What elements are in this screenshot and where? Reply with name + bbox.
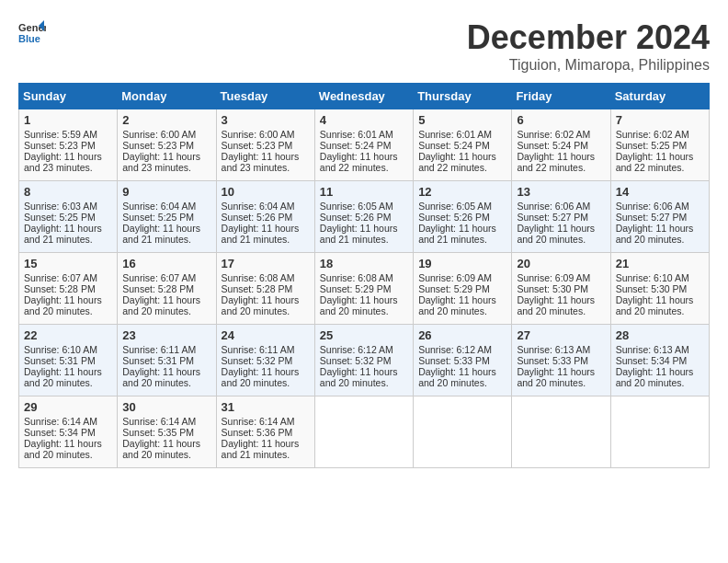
day-info: Daylight: 11 hours bbox=[320, 223, 408, 234]
calendar-cell: 12Sunrise: 6:05 AMSunset: 5:26 PMDayligh… bbox=[414, 181, 512, 253]
day-info: Sunrise: 6:10 AM bbox=[24, 344, 112, 355]
day-number: 20 bbox=[517, 257, 605, 270]
calendar-cell: 14Sunrise: 6:06 AMSunset: 5:27 PMDayligh… bbox=[610, 181, 709, 253]
day-info: Sunset: 5:31 PM bbox=[122, 355, 210, 366]
day-info: and 21 minutes. bbox=[222, 234, 310, 245]
day-info: Sunset: 5:25 PM bbox=[616, 140, 704, 151]
day-info: Daylight: 11 hours bbox=[24, 438, 112, 449]
day-number: 15 bbox=[24, 257, 112, 270]
day-info: Sunrise: 6:02 AM bbox=[616, 129, 704, 140]
day-number: 9 bbox=[122, 185, 210, 199]
calendar-cell: 6Sunrise: 6:02 AMSunset: 5:24 PMDaylight… bbox=[512, 109, 610, 181]
calendar-cell: 15Sunrise: 6:07 AMSunset: 5:28 PMDayligh… bbox=[19, 253, 118, 325]
day-info: and 20 minutes. bbox=[616, 377, 704, 388]
day-info: and 22 minutes. bbox=[517, 162, 605, 173]
calendar-cell: 31Sunrise: 6:14 AMSunset: 5:36 PMDayligh… bbox=[216, 396, 314, 468]
day-info: Daylight: 11 hours bbox=[122, 438, 210, 449]
day-info: Daylight: 11 hours bbox=[222, 151, 310, 162]
col-monday: Monday bbox=[118, 84, 216, 109]
day-info: and 20 minutes. bbox=[222, 377, 310, 388]
day-info: Daylight: 11 hours bbox=[517, 151, 605, 162]
day-info: Daylight: 11 hours bbox=[222, 366, 310, 377]
day-number: 17 bbox=[222, 257, 310, 270]
day-info: and 20 minutes. bbox=[222, 305, 310, 316]
day-info: Daylight: 11 hours bbox=[418, 294, 506, 305]
day-info: Sunset: 5:30 PM bbox=[616, 283, 704, 294]
day-info: Sunrise: 6:03 AM bbox=[24, 201, 112, 212]
day-number: 24 bbox=[222, 328, 310, 342]
calendar-week-1: 1Sunrise: 5:59 AMSunset: 5:23 PMDaylight… bbox=[19, 109, 710, 181]
day-info: and 20 minutes. bbox=[517, 377, 605, 388]
day-info: Sunrise: 6:14 AM bbox=[24, 416, 112, 427]
day-number: 11 bbox=[320, 185, 408, 199]
calendar-cell: 26Sunrise: 6:12 AMSunset: 5:33 PMDayligh… bbox=[414, 325, 512, 396]
day-info: and 23 minutes. bbox=[222, 162, 310, 173]
day-info: Sunset: 5:33 PM bbox=[517, 355, 605, 366]
day-info: Daylight: 11 hours bbox=[122, 294, 210, 305]
day-info: and 20 minutes. bbox=[122, 305, 210, 316]
day-info: and 20 minutes. bbox=[122, 377, 210, 388]
day-info: and 20 minutes. bbox=[418, 305, 506, 316]
day-info: Daylight: 11 hours bbox=[616, 366, 704, 377]
day-info: Sunrise: 6:05 AM bbox=[320, 201, 408, 212]
calendar-cell: 25Sunrise: 6:12 AMSunset: 5:32 PMDayligh… bbox=[314, 325, 413, 396]
calendar-cell: 10Sunrise: 6:04 AMSunset: 5:26 PMDayligh… bbox=[216, 181, 314, 253]
calendar-cell: 4Sunrise: 6:01 AMSunset: 5:24 PMDaylight… bbox=[314, 109, 413, 181]
calendar-cell: 28Sunrise: 6:13 AMSunset: 5:34 PMDayligh… bbox=[610, 325, 709, 396]
day-info: Sunset: 5:28 PM bbox=[24, 283, 112, 294]
calendar-cell: 13Sunrise: 6:06 AMSunset: 5:27 PMDayligh… bbox=[512, 181, 610, 253]
day-info: Daylight: 11 hours bbox=[122, 366, 210, 377]
day-info: Daylight: 11 hours bbox=[616, 294, 704, 305]
day-info: Sunset: 5:24 PM bbox=[418, 140, 506, 151]
day-info: and 23 minutes. bbox=[122, 162, 210, 173]
day-info: Sunset: 5:31 PM bbox=[24, 355, 112, 366]
day-info: Sunset: 5:29 PM bbox=[320, 283, 408, 294]
calendar-cell: 30Sunrise: 6:14 AMSunset: 5:35 PMDayligh… bbox=[118, 396, 216, 468]
day-info: Sunrise: 6:07 AM bbox=[122, 272, 210, 283]
day-info: Sunset: 5:32 PM bbox=[320, 355, 408, 366]
day-info: Sunset: 5:32 PM bbox=[222, 355, 310, 366]
day-info: and 23 minutes. bbox=[24, 162, 112, 173]
day-info: Sunset: 5:24 PM bbox=[320, 140, 408, 151]
day-info: and 21 minutes. bbox=[320, 234, 408, 245]
day-info: and 20 minutes. bbox=[616, 234, 704, 245]
svg-text:Blue: Blue bbox=[18, 33, 40, 44]
day-info: Daylight: 11 hours bbox=[616, 151, 704, 162]
calendar-cell bbox=[512, 396, 610, 468]
day-number: 18 bbox=[320, 257, 408, 270]
day-info: Sunset: 5:27 PM bbox=[616, 212, 704, 223]
calendar-week-5: 29Sunrise: 6:14 AMSunset: 5:34 PMDayligh… bbox=[19, 396, 710, 468]
logo: General Blue bbox=[18, 18, 50, 46]
day-info: Sunset: 5:28 PM bbox=[122, 283, 210, 294]
day-info: Sunrise: 6:12 AM bbox=[418, 344, 506, 355]
day-info: and 20 minutes. bbox=[24, 449, 112, 460]
day-info: Daylight: 11 hours bbox=[517, 223, 605, 234]
day-info: Daylight: 11 hours bbox=[418, 366, 506, 377]
day-number: 19 bbox=[418, 257, 506, 270]
day-info: Daylight: 11 hours bbox=[24, 151, 112, 162]
day-number: 25 bbox=[320, 328, 408, 342]
day-info: and 20 minutes. bbox=[320, 305, 408, 316]
day-info: and 20 minutes. bbox=[616, 305, 704, 316]
day-info: Sunrise: 6:02 AM bbox=[517, 129, 605, 140]
day-number: 7 bbox=[616, 113, 704, 127]
day-info: Daylight: 11 hours bbox=[24, 223, 112, 234]
day-info: Sunrise: 6:01 AM bbox=[320, 129, 408, 140]
location: Tiguion, Mimaropa, Philippines bbox=[467, 57, 710, 74]
day-info: Sunset: 5:36 PM bbox=[222, 427, 310, 438]
day-info: Sunset: 5:34 PM bbox=[616, 355, 704, 366]
calendar-cell: 20Sunrise: 6:09 AMSunset: 5:30 PMDayligh… bbox=[512, 253, 610, 325]
day-info: Sunset: 5:26 PM bbox=[418, 212, 506, 223]
calendar-week-2: 8Sunrise: 6:03 AMSunset: 5:25 PMDaylight… bbox=[19, 181, 710, 253]
calendar-cell: 29Sunrise: 6:14 AMSunset: 5:34 PMDayligh… bbox=[19, 396, 118, 468]
day-number: 21 bbox=[616, 257, 704, 270]
day-info: and 22 minutes. bbox=[616, 162, 704, 173]
day-info: and 21 minutes. bbox=[24, 234, 112, 245]
day-info: Sunrise: 6:10 AM bbox=[616, 272, 704, 283]
day-info: Sunrise: 6:01 AM bbox=[418, 129, 506, 140]
day-info: Daylight: 11 hours bbox=[24, 366, 112, 377]
day-info: Sunset: 5:26 PM bbox=[320, 212, 408, 223]
day-info: Daylight: 11 hours bbox=[418, 223, 506, 234]
day-number: 16 bbox=[122, 257, 210, 270]
day-number: 5 bbox=[418, 113, 506, 127]
